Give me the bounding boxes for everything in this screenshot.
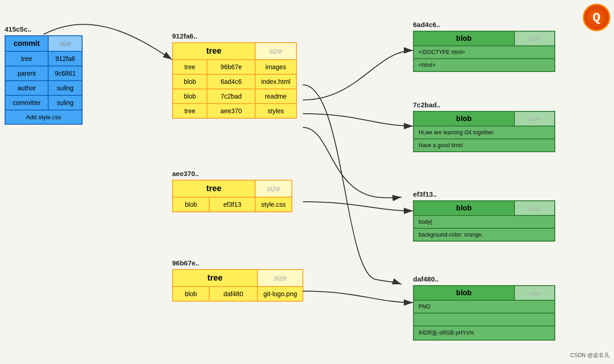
commit-block: 415c5c.. commit size tree 912fa6 parent … <box>5 25 83 125</box>
commit-message: Add style.css <box>5 110 82 124</box>
blob-daf-content2 <box>413 313 555 326</box>
commit-author-key: author <box>5 81 48 95</box>
tree-96b-r1-hash: daf480 <box>209 287 257 301</box>
tree-96b-r1-type: blob <box>173 287 209 301</box>
tree-912-r1-type: tree <box>173 60 207 74</box>
tree-96b-table: tree size blob daf480 git-logo.png <box>172 269 303 302</box>
blob-7c2-table: blob size Hi,we are learning Git togethe… <box>413 111 555 152</box>
blob-daf-size: size <box>514 286 555 300</box>
tree-912-r1-hash: 96b67e <box>207 60 255 74</box>
tree-aee-r1-type: blob <box>173 197 209 212</box>
blob-7c2-block: 7c2bad.. blob size Hi,we are learning Gi… <box>413 101 555 152</box>
tree-912-r1-name: images <box>255 60 296 74</box>
tree-912-header: tree <box>173 43 255 60</box>
blob-ef3-content1: body{ <box>413 215 555 228</box>
blob-6ad-block: 6ad4c6.. blob size <!DOCTYPE html> <html… <box>413 21 555 72</box>
tree-aee-size: size <box>255 180 292 197</box>
blob-ef3-size: size <box>514 201 555 215</box>
commit-committer-key: committer <box>5 95 48 110</box>
arrow-aee-to-ef3 <box>303 202 413 211</box>
commit-id: 415c5c.. <box>5 25 83 33</box>
commit-table: commit size tree 912fa6 parent 9c6861 au… <box>5 35 83 125</box>
arrow-912-to-aee <box>303 127 402 198</box>
commit-header: commit <box>5 36 48 51</box>
tree-96b-size: size <box>257 270 303 287</box>
arrow-912-to-6ad <box>303 50 413 100</box>
watermark: CSDN @道非凡 <box>570 352 609 359</box>
tree-912-table: tree size tree 96b67e images blob 6ad4c6… <box>172 42 297 119</box>
tree-912-id: 912fa6.. <box>172 32 297 40</box>
commit-size-label: size <box>48 36 82 51</box>
blob-daf-content1: PNG <box>413 300 555 313</box>
blob-daf-block: daf480.. blob size PNG IHDR돖-sRGB pHYs% <box>413 275 555 341</box>
blob-ef3-content2: background-color: orange; <box>413 228 555 241</box>
tree-912-r4-name: styles <box>255 104 296 118</box>
commit-parent-key: parent <box>5 66 48 81</box>
tree-aee-r1-hash: ef3f13 <box>209 197 255 212</box>
tree-aee-table: tree size blob ef3f13 style.css <box>172 180 292 212</box>
blob-daf-id: daf480.. <box>413 275 555 283</box>
blob-daf-content3: IHDR돖-sRGB pHYs% <box>413 326 555 340</box>
tree-912-r2-hash: 6ad4c6 <box>207 74 255 89</box>
blob-6ad-id: 6ad4c6.. <box>413 21 555 28</box>
blob-7c2-content1: Hi,we are learning Git together. <box>413 126 555 139</box>
commit-author-val: suling <box>48 81 82 95</box>
blob-6ad-content1: <!DOCTYPE html> <box>413 46 555 59</box>
blob-ef3-table: blob size body{ background-color: orange… <box>413 200 555 242</box>
blob-ef3-id: ef3f13.. <box>413 190 555 198</box>
blob-6ad-content2: <html> <box>413 59 555 72</box>
tree-96b-block: 96b67e.. tree size blob daf480 git-logo.… <box>172 259 303 302</box>
blob-ef3-block: ef3f13.. blob size body{ background-colo… <box>413 190 555 242</box>
logo-icon: Q <box>583 4 610 31</box>
canvas: 415c5c.. commit size tree 912fa6 parent … <box>0 0 614 364</box>
blob-6ad-header: blob <box>413 31 514 46</box>
tree-912-block: 912fa6.. tree size tree 96b67e images bl… <box>172 32 297 119</box>
blob-ef3-header: blob <box>413 201 514 215</box>
tree-912-r2-type: blob <box>173 74 207 89</box>
blob-7c2-id: 7c2bad.. <box>413 101 555 109</box>
tree-912-r2-name: index.html <box>255 74 296 89</box>
tree-912-r4-hash: aee370 <box>207 104 255 118</box>
tree-912-size: size <box>255 43 296 60</box>
commit-committer-val: suling <box>48 95 82 110</box>
tree-96b-id: 96b67e.. <box>172 259 303 267</box>
commit-tree-key: tree <box>5 51 48 66</box>
tree-aee-r1-name: style.css <box>255 197 292 212</box>
tree-aee-block: aee370.. tree size blob ef3f13 style.css <box>172 170 292 212</box>
tree-96b-header: tree <box>173 270 257 287</box>
tree-912-r3-hash: 7c2bad <box>207 89 255 104</box>
tree-912-r4-type: tree <box>173 104 207 118</box>
blob-7c2-header: blob <box>413 111 514 126</box>
arrow-912-to-96b <box>303 85 402 284</box>
blob-7c2-content2: Have a good time! <box>413 139 555 152</box>
tree-912-r3-type: blob <box>173 89 207 104</box>
blob-7c2-size: size <box>514 111 555 126</box>
blob-daf-header: blob <box>413 286 514 300</box>
arrow-912-to-7c2 <box>303 114 413 126</box>
blob-6ad-table: blob size <!DOCTYPE html> <html> <box>413 31 555 72</box>
blob-daf-table: blob size PNG IHDR돖-sRGB pHYs% <box>413 285 555 341</box>
tree-912-r3-name: readme <box>255 89 296 104</box>
blob-6ad-size: size <box>514 31 555 46</box>
tree-96b-r1-name: git-logo.png <box>257 287 303 301</box>
arrow-96b-to-daf <box>303 291 413 303</box>
commit-tree-val: 912fa6 <box>48 51 82 66</box>
tree-aee-id: aee370.. <box>172 170 292 177</box>
commit-parent-val: 9c6861 <box>48 66 82 81</box>
tree-aee-header: tree <box>173 180 255 197</box>
